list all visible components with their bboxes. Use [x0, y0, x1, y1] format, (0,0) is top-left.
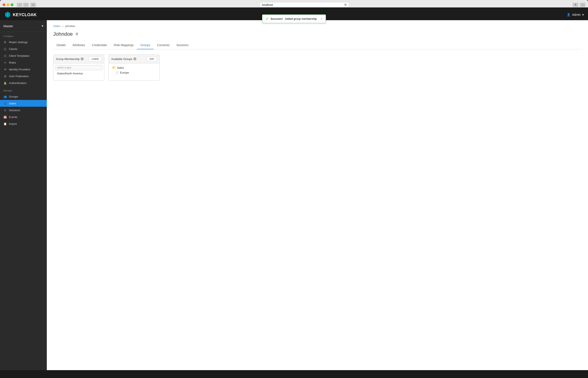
- identity-providers-icon: ⇄: [3, 68, 7, 71]
- sidebar-item-label: Events: [9, 115, 17, 119]
- available-group-label: Europe: [120, 71, 129, 74]
- toast-message: Added group membership: [285, 17, 317, 20]
- available-groups-header: Available Groups i Join: [109, 55, 159, 63]
- group-membership-info-icon[interactable]: i: [81, 57, 84, 60]
- realm-settings-icon: ⚙: [3, 40, 7, 44]
- client-templates-icon: ◳: [3, 54, 7, 57]
- breadcrumb-separator: »: [62, 25, 64, 28]
- breadcrumb: Users » johndoe: [53, 25, 582, 28]
- url-text: localhost: [262, 3, 273, 6]
- users-icon: 👤: [3, 102, 7, 105]
- sidebar-item-groups[interactable]: 👥 Groups: [0, 93, 47, 100]
- chevron-down-icon: ▾: [42, 24, 43, 28]
- available-groups-info-icon[interactable]: i: [133, 57, 136, 60]
- success-toast: ✔ Success! Added group membership ×: [262, 14, 326, 23]
- available-group-sales[interactable]: 📁 Sales: [111, 65, 158, 70]
- sidebar-item-user-federation[interactable]: ⊞ User Federation: [0, 73, 47, 80]
- sidebar-item-clients[interactable]: ◫ Clients: [0, 45, 47, 52]
- sidebar-item-label: User Federation: [9, 75, 29, 78]
- import-icon: 📋: [3, 122, 7, 125]
- minimize-button[interactable]: [7, 3, 9, 6]
- breadcrumb-users-link[interactable]: Users: [53, 25, 60, 28]
- clients-icon: ◫: [3, 47, 7, 51]
- back-button[interactable]: ‹: [17, 3, 22, 7]
- tab-consents[interactable]: Consents: [154, 41, 173, 49]
- tab-sessions[interactable]: Sessions: [173, 41, 192, 49]
- page-title: Johndoe: [53, 31, 73, 37]
- sidebar-item-identity-providers[interactable]: ⇄ Identity Providers: [0, 66, 47, 73]
- sidebar-item-label: Client Templates: [9, 54, 29, 57]
- group-membership-item[interactable]: /Sales/North America: [55, 71, 102, 76]
- forward-button[interactable]: ›: [23, 3, 29, 7]
- logo-text: KEYCLOAK: [13, 12, 37, 17]
- toast-close-button[interactable]: ×: [321, 17, 322, 21]
- sidebar-item-users[interactable]: 👤 Users: [0, 100, 47, 107]
- sidebar-item-import[interactable]: 📋 Import: [0, 120, 47, 127]
- group-membership-body: /Sales/North America: [53, 63, 104, 80]
- groups-content: Group Membership i Leave /Sales/North Am…: [53, 54, 582, 81]
- sidebar-item-client-templates[interactable]: ◳ Client Templates: [0, 52, 47, 59]
- logo: KEYCLOAK: [4, 11, 37, 18]
- tab-groups[interactable]: Groups: [137, 41, 154, 49]
- sidebar-item-label: Realm Settings: [9, 40, 28, 44]
- sidebar-item-label: Clients: [9, 47, 17, 51]
- group-membership-header: Group Membership i Leave: [53, 55, 104, 63]
- breadcrumb-current: johndoe: [65, 25, 75, 28]
- sidebar: Master ▾ Configure ⚙ Realm Settings ◫ Cl…: [0, 20, 47, 370]
- groups-icon: 👥: [3, 95, 7, 98]
- sidebar-item-label: Import: [9, 122, 17, 125]
- close-button[interactable]: [2, 3, 5, 6]
- leave-button[interactable]: Leave: [89, 56, 101, 61]
- available-groups-body: 📁 Sales 📄 Europe: [109, 63, 159, 80]
- group-membership-search[interactable]: [55, 65, 102, 70]
- sidebar-item-realm-settings[interactable]: ⚙ Realm Settings: [0, 39, 47, 45]
- sessions-icon: ⊙: [3, 108, 7, 112]
- sidebar-item-label: Users: [9, 102, 16, 105]
- page-title-row: Johndoe 🗑: [53, 31, 582, 37]
- sidebar-item-label: Authentication: [9, 81, 26, 85]
- admin-menu[interactable]: 👤 Admin ▾: [567, 13, 584, 16]
- realm-selector[interactable]: Master ▾: [0, 20, 47, 32]
- tab-details[interactable]: Details: [53, 41, 69, 49]
- address-bar[interactable]: localhost ↻: [260, 2, 349, 7]
- tabs: Details Attributes Credentials Role Mapp…: [53, 41, 582, 49]
- delete-button[interactable]: 🗑: [75, 32, 79, 36]
- sidebar-item-sessions[interactable]: ⊙ Sessions: [0, 107, 47, 114]
- chevron-down-icon: ▾: [582, 13, 584, 16]
- toast-success-label: Success!: [271, 17, 283, 20]
- sidebar-item-label: Identity Providers: [9, 68, 30, 71]
- authentication-icon: 🔒: [3, 81, 7, 85]
- available-groups-title: Available Groups i: [111, 57, 136, 61]
- admin-label: Admin: [572, 13, 581, 16]
- tab-attributes[interactable]: Attributes: [69, 41, 88, 49]
- sidebar-item-label: Groups: [9, 95, 18, 98]
- user-federation-icon: ⊞: [3, 74, 7, 78]
- tab-credentials[interactable]: Credentials: [88, 41, 111, 49]
- tab-role-mappings[interactable]: Role Mappings: [111, 41, 137, 49]
- content-area: Users » johndoe Johndoe 🗑 Details Attrib…: [47, 20, 588, 370]
- sidebar-item-label: Sessions: [9, 109, 20, 112]
- configure-section-label: Configure: [0, 32, 47, 39]
- share-button[interactable]: ⬆: [573, 3, 578, 7]
- available-group-label: Sales: [117, 66, 124, 69]
- sidebar-item-authentication[interactable]: 🔒 Authentication: [0, 80, 47, 86]
- manage-section-label: Manage: [0, 86, 47, 93]
- sidebar-item-label: Roles: [9, 61, 16, 64]
- document-icon: 📄: [115, 71, 119, 74]
- reload-icon[interactable]: ↻: [344, 3, 347, 6]
- success-icon: ✔: [266, 17, 268, 21]
- window-button[interactable]: ⊡: [30, 3, 36, 7]
- events-icon: 📅: [3, 115, 7, 119]
- sidebar-item-events[interactable]: 📅 Events: [0, 114, 47, 120]
- new-tab-button[interactable]: +: [580, 3, 586, 7]
- group-membership-panel: Group Membership i Leave /Sales/North Am…: [53, 54, 104, 81]
- available-groups-panel: Available Groups i Join 📁 Sales 📄 Europe: [109, 54, 160, 81]
- available-group-europe[interactable]: 📄 Europe: [111, 70, 158, 75]
- group-membership-title: Group Membership i: [56, 57, 84, 61]
- roles-icon: ≡: [3, 61, 7, 64]
- join-button[interactable]: Join: [147, 56, 157, 61]
- admin-icon: 👤: [567, 13, 570, 16]
- folder-icon: 📁: [112, 66, 116, 69]
- sidebar-item-roles[interactable]: ≡ Roles: [0, 59, 47, 66]
- maximize-button[interactable]: [11, 3, 14, 6]
